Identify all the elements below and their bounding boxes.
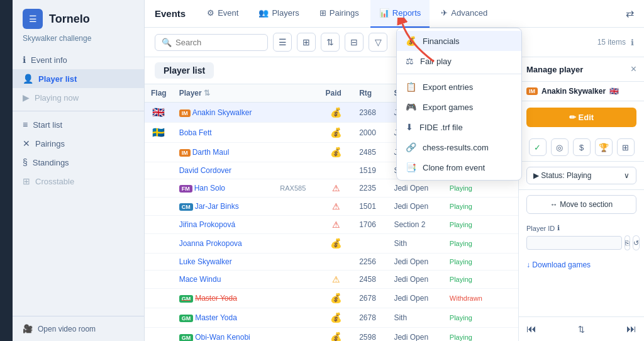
refresh-id-btn[interactable]: ↺ (633, 235, 640, 250)
video-room-label: Open video room (38, 325, 96, 333)
dropdown-item-fide-trf[interactable]: ⬇FIDE .trf file (397, 117, 521, 137)
move-to-section-btn[interactable]: ↔ Move to section (526, 195, 636, 214)
status-playing: Playing (450, 221, 472, 228)
extra-cell (274, 254, 319, 271)
status-playing: Playing (450, 203, 472, 210)
rtg-cell: 1501 (353, 198, 387, 216)
tab-advanced[interactable]: ✈ Advanced (432, 0, 496, 28)
dollar-btn[interactable]: $ (573, 138, 591, 156)
search-input[interactable] (175, 38, 261, 47)
status-cell: Playing (443, 179, 497, 198)
sidebar-item-player-list[interactable]: 👤 Player list (13, 69, 144, 88)
dropdown-item-fair-play[interactable]: ⚖Fair play (397, 51, 521, 71)
export-games-icon: 🎮 (406, 102, 416, 112)
sidebar-item-standings[interactable]: § Standings (13, 153, 144, 172)
status-cell: Playing (443, 328, 497, 342)
warning-red-icon: ⚠ (332, 201, 340, 211)
sidebar-item-label-player-list: Player list (38, 74, 77, 84)
paid-cell: 💰 (319, 289, 353, 308)
trophy-btn[interactable]: 🏆 (595, 138, 613, 156)
close-panel-btn[interactable]: × (631, 64, 636, 75)
event-tab-icon: ⚙ (207, 8, 214, 18)
items-info-icon[interactable]: ℹ (631, 38, 634, 47)
sidebar-item-label-crosstable: Crosstable (35, 177, 74, 186)
player-cell: David Cordover (173, 162, 274, 179)
target-btn[interactable]: ◎ (551, 138, 569, 156)
table-row[interactable]: Luke Skywalker 2256 Jedi Open Playing (145, 254, 518, 271)
sidebar-item-start-list[interactable]: ≡ Start list (13, 115, 144, 134)
sidebar-item-label-start-list: Start list (33, 120, 62, 130)
player-cell: GMMaster Yoda (173, 308, 274, 328)
player-name-cell[interactable]: GMMaster Yoda (179, 313, 237, 322)
tab-reports[interactable]: 📊 Reports (370, 0, 430, 28)
player-name: Anakin Skywalker (541, 87, 606, 96)
rtg-cell (353, 234, 387, 254)
filter2-btn[interactable]: ▽ (369, 33, 387, 52)
pairings-icon: ✕ (23, 138, 30, 148)
transfer-icon[interactable]: ⇄ (626, 8, 634, 20)
status-playing: Playing (450, 314, 472, 321)
sidebar-item-crosstable[interactable]: ⊞ Crosstable (13, 172, 144, 191)
table-row[interactable]: Jiřina Prokopová ⚠ 1706 Section 2 Playin… (145, 216, 518, 234)
player-name-cell[interactable]: GMObi-Wan Kenobi (179, 333, 250, 341)
status-cell: Playing (443, 271, 497, 289)
table-row[interactable]: GMMaster Yoda 💰 2678 Jedi Open Withdrawn (145, 289, 518, 308)
sidebar-item-event-info[interactable]: ℹ Event info (13, 50, 144, 69)
section-cell: Sith (387, 234, 443, 254)
download-games-btn[interactable]: ↓ Download games (526, 260, 636, 269)
sidebar-item-pairings[interactable]: ✕ Pairings (13, 134, 144, 153)
open-video-room[interactable]: 🎥 Open video room (13, 316, 144, 341)
financials-label: Financials (423, 36, 460, 46)
table-row[interactable]: Mace Windu ⚠ 2458 Jedi Open Playing (145, 271, 518, 289)
right-panel-footer: ⏮ ⇅ ⏭ (519, 316, 644, 341)
table-row[interactable]: FMHan Solo RAX585 ⚠ 2235 Jedi Open Playi… (145, 179, 518, 198)
tab-event[interactable]: ⚙ Event (198, 0, 247, 28)
status-dropdown[interactable]: ▶ Status: Playing ∨ (526, 167, 636, 184)
checkmark-btn[interactable]: ✓ (529, 138, 547, 156)
sort-btn[interactable]: ⇅ (321, 33, 340, 52)
player-name-cell[interactable]: Joanna Prokopova (179, 239, 242, 248)
tab-players[interactable]: 👥 Players (250, 0, 308, 28)
player-name-cell[interactable]: David Cordover (179, 166, 231, 175)
player-name-cell[interactable]: FMHan Solo (179, 184, 225, 193)
grid2-btn[interactable]: ⊞ (617, 138, 635, 156)
player-name-cell[interactable]: Boba Fett (179, 128, 212, 137)
player-name-cell[interactable]: CMJar-Jar Binks (179, 202, 239, 211)
flag-cell (145, 328, 173, 342)
player-id-input[interactable] (526, 236, 622, 250)
copy-id-btn[interactable]: ⎘ (625, 235, 630, 250)
paid-cell: 💰 (319, 234, 353, 254)
dropdown-item-chess-results[interactable]: 🔗chess-results.com (397, 137, 521, 157)
next-last-btn[interactable]: ⏭ (626, 323, 636, 335)
prev-first-btn[interactable]: ⏮ (526, 323, 536, 335)
sidebar-item-playing-now[interactable]: ▶ Playing now (13, 88, 144, 107)
filter-btn[interactable]: ☰ (273, 33, 292, 52)
search-box[interactable]: 🔍 (155, 34, 268, 51)
col-rtg: Rtg (353, 84, 387, 103)
edit-player-btn[interactable]: ✏ Edit (526, 108, 636, 127)
dropdown-item-clone-event[interactable]: 📑Clone from event (397, 157, 521, 177)
paid-cell (319, 254, 353, 271)
d-cell (497, 198, 518, 216)
tab-pairings[interactable]: ⊞ Pairings (311, 0, 368, 28)
financials-icon: 💰 (406, 36, 416, 46)
grid-view-btn[interactable]: ⊞ (297, 33, 316, 52)
player-name-cell[interactable]: GMMaster Yoda (179, 294, 237, 303)
table-row[interactable]: Joanna Prokopova 💰 Sith Playing (145, 234, 518, 254)
crosstable-icon: ⊞ (23, 176, 30, 186)
table-row[interactable]: GMMaster Yoda 💰 2678 Sith Playing (145, 308, 518, 328)
arrange-btn[interactable]: ⇅ (578, 325, 585, 334)
player-name-cell[interactable]: Jiřina Prokopová (179, 220, 235, 229)
paid-bag-icon: 💰 (330, 293, 342, 303)
table-row[interactable]: CMJar-Jar Binks ⚠ 1501 Jedi Open Playing (145, 198, 518, 216)
player-name-cell[interactable]: Luke Skywalker (179, 257, 232, 266)
event-info-icon: ℹ (23, 55, 26, 65)
dropdown-item-export-games[interactable]: 🎮Export games (397, 97, 521, 117)
dropdown-item-export-entries[interactable]: 📋Export entries (397, 77, 521, 97)
player-name-cell[interactable]: Mace Windu (179, 275, 221, 284)
dropdown-item-financials[interactable]: 💰Financials (397, 31, 521, 51)
player-name-cell[interactable]: IMAnakin Skywalker (179, 108, 252, 117)
column-btn[interactable]: ⊟ (345, 33, 364, 52)
table-row[interactable]: GMObi-Wan Kenobi 💰 2598 Jedi Open Playin… (145, 328, 518, 342)
player-name-cell[interactable]: IMDarth Maul (179, 148, 230, 157)
